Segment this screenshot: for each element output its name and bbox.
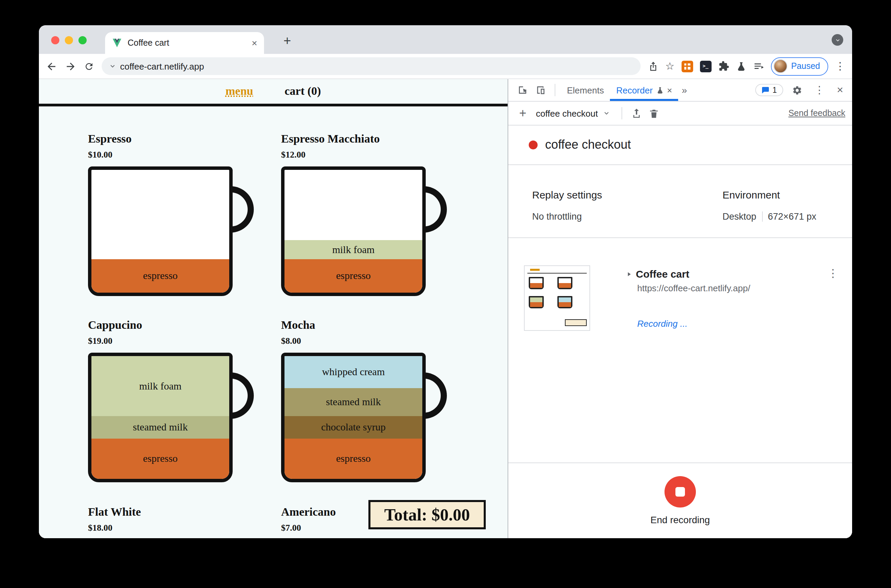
cup-layer-label: milk foam (332, 244, 375, 255)
cup-layer-label: milk foam (139, 380, 182, 392)
site-info-chevron-icon[interactable] (108, 62, 117, 70)
toolbar-actions: ☆ >_ Paused ⋮ (648, 57, 845, 75)
zoom-window-button[interactable] (78, 36, 87, 44)
cup-body: whipped creamsteamed milkchocolate syrup… (281, 352, 426, 482)
back-button[interactable] (46, 60, 57, 72)
browser-toolbar: coffee-cart.netlify.app ☆ >_ (39, 54, 852, 79)
reload-button[interactable] (84, 61, 94, 71)
issues-counter[interactable]: 1 (756, 84, 783, 96)
browser-tab[interactable]: Coffee cart × (105, 32, 264, 54)
item-price: $10.00 (88, 149, 232, 160)
environment-size: 672×671 px (768, 212, 816, 222)
cup-body: espresso (88, 166, 232, 296)
nav-link-menu[interactable]: menu (225, 85, 253, 98)
coffee-cup[interactable]: milk foamsteamed milkespresso (88, 352, 232, 482)
recording-select[interactable]: coffee checkout (531, 108, 616, 118)
send-feedback-link[interactable]: Send feedback (788, 108, 845, 118)
cup-layer: steamed milk (92, 416, 229, 438)
step-status: Recording ... (637, 318, 750, 329)
new-tab-button[interactable]: + (278, 32, 297, 51)
menu-item: Cappucino$19.00milk foamsteamed milkespr… (88, 318, 232, 482)
replay-settings-value: No throttling (532, 212, 582, 222)
total-checkout-button[interactable]: Total: $0.00 (368, 500, 486, 530)
extension-calculator-icon[interactable] (681, 60, 693, 72)
recording-indicator-dot (529, 141, 538, 149)
tab-strip: Coffee cart × + (39, 25, 852, 54)
extension-terminal-icon[interactable]: >_ (700, 60, 711, 72)
cup-layer: chocolate syrup (285, 416, 422, 438)
cup-layer-label: espresso (336, 453, 371, 465)
add-recording-button[interactable]: + (515, 106, 531, 120)
tab-close-icon[interactable]: × (252, 38, 257, 48)
profile-avatar (773, 59, 787, 73)
item-price: $18.00 (88, 522, 232, 533)
step-entry[interactable]: Coffee cart https://coffee-cart.netlify.… (626, 268, 750, 329)
environment-device: Desktop (723, 212, 756, 222)
page-header: menu cart (0) (39, 79, 508, 106)
cup-layer-label: espresso (143, 270, 178, 282)
end-recording-button[interactable] (664, 476, 696, 507)
cup-layer-label: steamed milk (326, 396, 381, 408)
item-name: Mocha (281, 318, 426, 332)
extensions-puzzle-icon[interactable] (718, 61, 729, 72)
url-text: coffee-cart.netlify.app (120, 61, 204, 71)
devtools-menu-icon[interactable]: ⋮ (811, 84, 828, 96)
coffee-cup[interactable]: milk foamespresso (281, 166, 426, 296)
cup-layer-label: steamed milk (133, 422, 188, 433)
close-window-button[interactable] (51, 36, 59, 44)
more-panels-icon[interactable]: » (678, 85, 691, 96)
nav-link-cart[interactable]: cart (0) (285, 85, 321, 98)
cup-layer: espresso (285, 260, 422, 292)
item-name: Cappucino (88, 318, 232, 332)
item-name: Flat White (88, 506, 232, 519)
tab-recorder[interactable]: Recorder × (610, 79, 678, 101)
browser-window: Coffee cart × + coffee-cart (39, 25, 852, 538)
step-title: Coffee cart (636, 268, 689, 280)
coffee-cup[interactable]: whipped creamsteamed milkchocolate syrup… (281, 352, 426, 482)
url-bar[interactable]: coffee-cart.netlify.app (102, 57, 640, 75)
window-content: menu cart (0) Espresso$10.00espressoEspr… (39, 79, 852, 538)
replay-settings-label[interactable]: Replay settings (532, 189, 602, 201)
cup-layer-label: chocolate syrup (321, 422, 386, 433)
share-icon[interactable] (648, 61, 658, 71)
item-name: Espresso Macchiato (281, 132, 426, 146)
end-recording-label: End recording (651, 514, 710, 525)
expand-step-icon[interactable] (626, 270, 632, 277)
cup-layer: milk foam (285, 240, 422, 260)
cup-body: milk foamespresso (281, 166, 426, 296)
reading-list-icon[interactable] (753, 61, 764, 72)
menu-item: Espresso Macchiato$12.00milk foamespress… (281, 132, 426, 296)
coffee-cup[interactable]: espresso (88, 166, 232, 296)
cup-layer: milk foam (92, 356, 229, 416)
cup-layer: espresso (92, 260, 229, 292)
step-url: https://coffee-cart.netlify.app/ (637, 283, 750, 293)
export-recording-icon[interactable] (628, 108, 646, 119)
chrome-labs-beaker-icon[interactable] (736, 61, 746, 71)
forward-button[interactable] (65, 60, 76, 72)
window-controls (51, 36, 87, 44)
tab-elements[interactable]: Elements (561, 79, 610, 101)
devtools-tab-bar: Elements Recorder × » 1 (508, 79, 852, 102)
minimize-window-button[interactable] (65, 36, 73, 44)
devtools-panel: Elements Recorder × » 1 (508, 79, 852, 538)
browser-menu-icon[interactable]: ⋮ (835, 60, 845, 72)
cup-layer-label: espresso (336, 270, 371, 282)
menu-item: Mocha$8.00whipped creamsteamed milkchoco… (281, 318, 426, 482)
cup-layer: steamed milk (285, 388, 422, 417)
item-price: $8.00 (281, 336, 426, 346)
device-toolbar-icon[interactable] (531, 85, 549, 96)
recording-steps: Coffee cart https://coffee-cart.netlify.… (508, 238, 852, 462)
profile-paused-button[interactable]: Paused (771, 57, 828, 75)
item-name: Espresso (88, 132, 232, 146)
close-devtools-icon[interactable]: × (833, 84, 847, 96)
inspect-element-icon[interactable] (514, 85, 531, 96)
recording-header: coffee checkout (508, 126, 852, 165)
step-menu-icon[interactable]: ⋮ (828, 267, 838, 280)
close-recorder-tab-icon[interactable]: × (667, 85, 672, 95)
bookmark-star-icon[interactable]: ☆ (665, 60, 674, 72)
delete-recording-icon[interactable] (646, 108, 663, 118)
tab-search-button[interactable] (832, 34, 843, 46)
cup-layer-label: espresso (143, 453, 178, 465)
devtools-settings-gear-icon[interactable] (788, 85, 806, 95)
environment-label[interactable]: Environment (723, 189, 780, 201)
